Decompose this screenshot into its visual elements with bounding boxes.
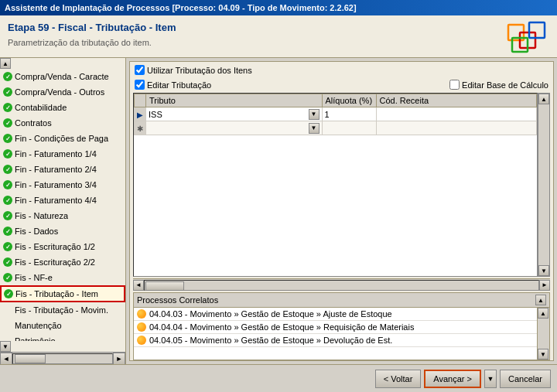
check-icon-5: ✓ bbox=[2, 148, 13, 159]
table-vscroll-up[interactable]: ▲ bbox=[538, 94, 549, 104]
sidebar-item-1[interactable]: ✓Compra/Venda - Outros bbox=[0, 84, 125, 100]
new-row-star-cell: ✱ bbox=[135, 121, 146, 135]
cod-receita-cell[interactable] bbox=[376, 107, 536, 121]
panel-inner: Utilizar Tributação dos Itens Editar Tri… bbox=[129, 61, 554, 361]
utilizar-tributacao-checkbox[interactable] bbox=[135, 65, 145, 75]
table-hscroll-left[interactable]: ◄ bbox=[133, 280, 144, 291]
correlatos-item-text-1: 04.04.04 - Movimento » Gestão de Estoque… bbox=[149, 322, 414, 332]
sidebar-item-15[interactable]: Fis - Tributação - Movim. bbox=[0, 302, 125, 318]
correlatos-icon-0 bbox=[137, 309, 146, 319]
editar-tributacao-checkbox[interactable] bbox=[135, 80, 145, 90]
next-button[interactable]: Avançar > bbox=[424, 370, 481, 388]
correlatos-list-wrap: 04.04.03 - Movimento » Gestão de Estoque… bbox=[133, 308, 550, 360]
main-panel: Utilizar Tributação dos Itens Editar Tri… bbox=[126, 58, 557, 364]
sidebar-hscroll-left[interactable]: ◄ bbox=[0, 353, 12, 365]
correlatos-vscroll[interactable]: ▲ ▼ bbox=[537, 308, 549, 360]
table-vscroll-down[interactable]: ▼ bbox=[538, 265, 549, 276]
sidebar-item-5[interactable]: ✓Fin - Faturamento 1/4 bbox=[0, 146, 125, 162]
col-tributo: Tributo bbox=[146, 94, 323, 107]
table-vscroll-track[interactable] bbox=[538, 104, 549, 265]
utilizar-tributacao-label[interactable]: Utilizar Tributação dos Itens bbox=[135, 65, 252, 75]
utilizar-tributacao-text: Utilizar Tributação dos Itens bbox=[147, 66, 252, 75]
new-aliquota-cell[interactable] bbox=[322, 121, 376, 135]
table-vscroll[interactable]: ▲ ▼ bbox=[538, 93, 550, 277]
editar-base-calculo-text: Editar Base de Cálculo bbox=[462, 80, 548, 90]
sidebar-item-label-16: Manutenção bbox=[15, 321, 62, 330]
cancel-button[interactable]: Cancelar bbox=[500, 370, 551, 388]
sidebar-item-label-11: Fis - Escrituração 1/2 bbox=[15, 242, 95, 251]
check-icon-8: ✓ bbox=[2, 195, 13, 206]
tributo-combo[interactable]: ▼ bbox=[149, 109, 320, 120]
svg-rect-2 bbox=[529, 22, 545, 38]
editar-tributacao-text: Editar Tributação bbox=[147, 80, 211, 90]
check-icon-15 bbox=[2, 305, 13, 315]
sidebar-scroll-up[interactable]: ▲ bbox=[0, 58, 11, 69]
sidebar-item-label-2: Contabilidade bbox=[15, 103, 67, 112]
sidebar-item-label-13: Fis - NF-e bbox=[15, 273, 53, 282]
sidebar-item-6[interactable]: ✓Fin - Faturamento 2/4 bbox=[0, 162, 125, 177]
check-icon-13: ✓ bbox=[2, 272, 13, 283]
sidebar-item-label-10: Fis - Dados bbox=[15, 227, 58, 236]
sidebar-item-9[interactable]: ✓Fis - Natureza bbox=[0, 208, 125, 223]
editar-base-calculo-label[interactable]: Editar Base de Cálculo bbox=[449, 80, 548, 90]
sidebar-item-label-5: Fin - Faturamento 1/4 bbox=[15, 149, 97, 159]
table-scroll-area[interactable]: Tributo Alíquota (%) Cód. Receita ▶ bbox=[133, 93, 538, 277]
col-cod-receita: Cód. Receita bbox=[376, 94, 536, 107]
tributo-cell[interactable]: ▼ bbox=[146, 107, 323, 121]
new-tributo-input[interactable] bbox=[149, 124, 309, 133]
correlatos-vscroll-down[interactable]: ▼ bbox=[538, 349, 548, 360]
table-hscroll-right[interactable]: ► bbox=[539, 280, 550, 291]
new-tributo-dropdown-btn[interactable]: ▼ bbox=[309, 123, 320, 134]
sidebar-item-2[interactable]: ✓Contabilidade bbox=[0, 100, 125, 115]
correlatos-item-1[interactable]: 04.04.04 - Movimento » Gestão de Estoque… bbox=[134, 321, 537, 334]
cod-receita-input[interactable] bbox=[379, 110, 534, 119]
content-area: ▲ ✓Compra/Venda - Caracte✓Compra/Venda -… bbox=[0, 58, 557, 364]
editar-tributacao-label[interactable]: Editar Tributação bbox=[135, 80, 211, 90]
row-arrow-icon: ▶ bbox=[137, 111, 143, 119]
sidebar-item-label-0: Compra/Venda - Caracte bbox=[15, 72, 109, 81]
correlatos-vscroll-up2[interactable]: ▲ bbox=[538, 308, 548, 319]
sidebar-hscroll-track[interactable] bbox=[12, 353, 113, 364]
sidebar-scroll-down[interactable]: ▼ bbox=[0, 341, 11, 352]
aliquota-cell[interactable] bbox=[322, 107, 376, 121]
tributo-input[interactable] bbox=[149, 110, 309, 119]
correlatos-title: Processos Correlatos bbox=[137, 295, 218, 305]
step-desc: Parametrização da tributação do item. bbox=[8, 38, 152, 47]
correlatos-item-0[interactable]: 04.04.03 - Movimento » Gestão de Estoque… bbox=[134, 308, 537, 321]
sidebar: ▲ ✓Compra/Venda - Caracte✓Compra/Venda -… bbox=[0, 58, 126, 364]
correlatos-vscroll-track bbox=[538, 319, 549, 349]
new-tributo-cell[interactable]: ▼ bbox=[146, 121, 323, 135]
table-wrap: Tributo Alíquota (%) Cód. Receita ▶ bbox=[133, 93, 550, 277]
back-button[interactable]: < Voltar bbox=[375, 370, 422, 388]
sidebar-item-11[interactable]: ✓Fis - Escrituração 1/2 bbox=[0, 239, 125, 254]
check-icon-14: ✓ bbox=[3, 288, 14, 299]
sidebar-item-17[interactable]: Patrimônio bbox=[0, 333, 125, 341]
aliquota-input[interactable] bbox=[325, 110, 374, 119]
sidebar-item-12[interactable]: ✓Fis - Escrituração 2/2 bbox=[0, 254, 125, 270]
next-dropdown-btn[interactable]: ▼ bbox=[484, 370, 497, 388]
correlatos-item-text-2: 04.04.05 - Movimento » Gestão de Estoque… bbox=[149, 336, 392, 345]
sidebar-hscroll-right[interactable]: ► bbox=[113, 353, 125, 365]
tributacao-table: Tributo Alíquota (%) Cód. Receita ▶ bbox=[134, 94, 537, 135]
check-icon-7: ✓ bbox=[2, 179, 13, 190]
new-cod-receita-cell[interactable] bbox=[376, 121, 536, 135]
sidebar-item-14[interactable]: ✓Fis - Tributação - Item bbox=[0, 285, 125, 302]
sidebar-item-8[interactable]: ✓Fin - Faturamento 4/4 bbox=[0, 193, 125, 208]
correlatos-vscroll-up[interactable]: ▲ bbox=[535, 295, 546, 305]
sidebar-item-16[interactable]: Manutenção bbox=[0, 318, 125, 333]
sidebar-item-0[interactable]: ✓Compra/Venda - Caracte bbox=[0, 69, 125, 84]
editar-base-calculo-checkbox[interactable] bbox=[449, 80, 460, 90]
correlatos-header: Processos Correlatos ▲ bbox=[133, 292, 550, 308]
sidebar-item-label-1: Compra/Venda - Outros bbox=[15, 87, 104, 97]
correlatos-item-2[interactable]: 04.04.05 - Movimento » Gestão de Estoque… bbox=[134, 334, 537, 347]
sidebar-item-4[interactable]: ✓Fin - Condições de Paga bbox=[0, 131, 125, 146]
correlatos-item-text-0: 04.04.03 - Movimento » Gestão de Estoque… bbox=[149, 309, 392, 319]
sidebar-item-7[interactable]: ✓Fin - Faturamento 3/4 bbox=[0, 177, 125, 193]
sidebar-item-13[interactable]: ✓Fis - NF-e bbox=[0, 270, 125, 285]
sidebar-item-10[interactable]: ✓Fis - Dados bbox=[0, 223, 125, 239]
tributo-dropdown-btn[interactable]: ▼ bbox=[309, 109, 320, 120]
sidebar-item-3[interactable]: ✓Contratos bbox=[0, 115, 125, 131]
new-tributo-combo[interactable]: ▼ bbox=[149, 123, 320, 134]
sidebar-hscroll-thumb bbox=[15, 354, 46, 363]
table-hscroll-track[interactable] bbox=[144, 280, 539, 291]
